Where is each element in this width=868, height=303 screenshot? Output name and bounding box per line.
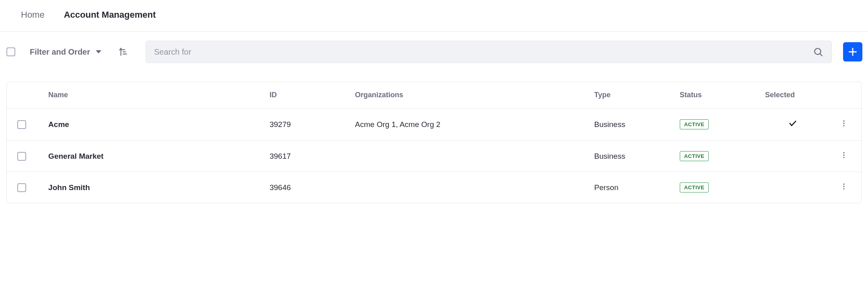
- cell-type: Business: [588, 141, 673, 172]
- row-actions-menu[interactable]: [840, 151, 848, 159]
- kebab-icon: [840, 182, 848, 190]
- accounts-table-wrap: Name ID Organizations Type Status Select…: [6, 82, 862, 203]
- sort-button[interactable]: [116, 45, 130, 59]
- svg-point-12: [843, 157, 845, 158]
- svg-point-14: [843, 186, 845, 187]
- svg-point-15: [843, 188, 845, 189]
- cell-status: ACTIVE: [673, 109, 759, 141]
- cell-status: ACTIVE: [673, 172, 759, 203]
- kebab-icon: [840, 151, 848, 159]
- col-header-type[interactable]: Type: [588, 82, 673, 109]
- status-badge: ACTIVE: [680, 182, 709, 192]
- col-header-organizations[interactable]: Organizations: [349, 82, 588, 109]
- svg-point-10: [843, 152, 845, 154]
- filter-order-label: Filter and Order: [30, 47, 90, 57]
- sort-icon: [118, 47, 128, 57]
- caret-down-icon: [96, 50, 101, 53]
- search-input[interactable]: [154, 47, 813, 57]
- table-row: Acme39279Acme Org 1, Acme Org 2BusinessA…: [7, 109, 861, 141]
- filter-order-dropdown[interactable]: Filter and Order: [30, 47, 101, 57]
- cell-organizations: Acme Org 1, Acme Org 2: [349, 109, 588, 141]
- svg-point-13: [843, 184, 845, 185]
- row-actions-menu[interactable]: [840, 182, 848, 190]
- col-header-selected[interactable]: Selected: [759, 82, 827, 109]
- cell-type: Person: [588, 172, 673, 203]
- table-row: John Smith39646PersonACTIVE: [7, 172, 861, 203]
- row-checkbox[interactable]: [17, 120, 26, 129]
- cell-organizations: [349, 141, 588, 172]
- cell-type: Business: [588, 109, 673, 141]
- search-field-wrap: [146, 41, 832, 63]
- col-header-id[interactable]: ID: [263, 82, 348, 109]
- add-button[interactable]: [843, 42, 862, 61]
- svg-point-9: [843, 125, 845, 126]
- search-icon: [813, 47, 823, 57]
- select-all-checkbox[interactable]: [6, 47, 15, 56]
- plus-icon: [847, 47, 858, 57]
- breadcrumb-current: Account Management: [64, 10, 156, 20]
- cell-name[interactable]: Acme: [47, 109, 263, 141]
- breadcrumb-home-link[interactable]: Home: [21, 10, 45, 20]
- toolbar: Filter and Order: [0, 32, 868, 72]
- cell-id: 39617: [263, 141, 348, 172]
- cell-name[interactable]: General Market: [47, 141, 263, 172]
- cell-id: 39279: [263, 109, 348, 141]
- cell-selected: [759, 109, 827, 141]
- status-badge: ACTIVE: [680, 119, 709, 129]
- kebab-icon: [840, 119, 848, 127]
- col-header-status[interactable]: Status: [673, 82, 759, 109]
- table-row: General Market39617BusinessACTIVE: [7, 141, 861, 172]
- row-checkbox[interactable]: [17, 183, 26, 192]
- svg-point-8: [843, 123, 845, 124]
- cell-name[interactable]: John Smith: [47, 172, 263, 203]
- col-header-name[interactable]: Name: [47, 82, 263, 109]
- check-icon: [788, 119, 797, 128]
- accounts-table: Name ID Organizations Type Status Select…: [7, 82, 861, 203]
- cell-organizations: [349, 172, 588, 203]
- cell-status: ACTIVE: [673, 141, 759, 172]
- cell-selected: [759, 172, 827, 203]
- breadcrumb: Home Account Management: [0, 0, 868, 32]
- row-checkbox[interactable]: [17, 152, 26, 161]
- status-badge: ACTIVE: [680, 151, 709, 161]
- cell-id: 39646: [263, 172, 348, 203]
- svg-point-11: [843, 154, 845, 156]
- row-actions-menu[interactable]: [840, 119, 848, 127]
- svg-line-4: [820, 54, 822, 56]
- cell-selected: [759, 141, 827, 172]
- table-header-row: Name ID Organizations Type Status Select…: [7, 82, 861, 109]
- svg-point-7: [843, 121, 845, 122]
